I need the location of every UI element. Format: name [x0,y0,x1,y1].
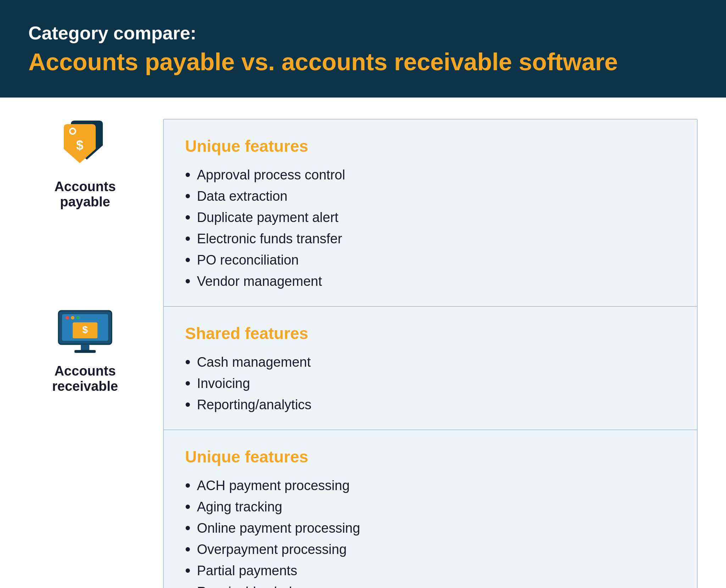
list-item: Electronic funds transfer [185,228,676,249]
header: Category compare: Accounts payable vs. a… [0,0,726,98]
right-column: Unique features Approval process control… [163,119,698,588]
ap-unique-features-title: Unique features [185,137,676,156]
ar-unique-features-title: Unique features [185,447,676,466]
shared-features-list: Cash managementInvoicingReporting/analyt… [185,351,676,415]
ar-section: $ Accounts receivable [28,309,142,394]
list-item: Reporting/analytics [185,394,676,415]
ar-unique-features-section: Unique features ACH payment processingAg… [164,430,697,588]
ar-unique-features-list: ACH payment processingAging trackingOnli… [185,475,676,588]
list-item: Overpayment processing [185,539,676,560]
shared-features-title: Shared features [185,324,676,343]
ap-unique-features-section: Unique features Approval process control… [164,120,697,307]
list-item: Vendor management [185,271,676,292]
svg-rect-10 [81,344,89,350]
list-item: Invoicing [185,373,676,394]
list-item: Cash management [185,351,676,373]
svg-text:$: $ [76,138,83,152]
svg-point-5 [66,316,69,320]
svg-text:$: $ [82,324,88,335]
list-item: Online payment processing [185,517,676,539]
svg-point-7 [76,316,80,320]
list-item: ACH payment processing [185,475,676,496]
left-column: $ Accounts payable [28,119,142,394]
ap-section: $ Accounts payable [28,119,142,210]
list-item: PO reconciliation [185,249,676,271]
header-subtitle: Category compare: [28,21,698,45]
list-item: Approval process control [185,164,676,185]
svg-point-6 [71,316,74,320]
ap-icon: $ [57,119,113,172]
svg-rect-11 [74,350,96,353]
ar-label: Accounts receivable [28,364,142,394]
header-title: Accounts payable vs. accounts receivable… [28,48,698,77]
list-item: Duplicate payment alert [185,207,676,228]
shared-features-section: Shared features Cash managementInvoicing… [164,307,697,430]
ap-unique-features-list: Approval process controlData extractionD… [185,164,676,292]
list-item: Aging tracking [185,496,676,517]
ar-icon: $ [57,309,113,356]
main-content: $ Accounts payable [0,98,726,588]
list-item: Partial payments [185,560,676,581]
list-item: Data extraction [185,185,676,207]
list-item: Receivables ledger [185,581,676,588]
ap-label: Accounts payable [28,179,142,210]
